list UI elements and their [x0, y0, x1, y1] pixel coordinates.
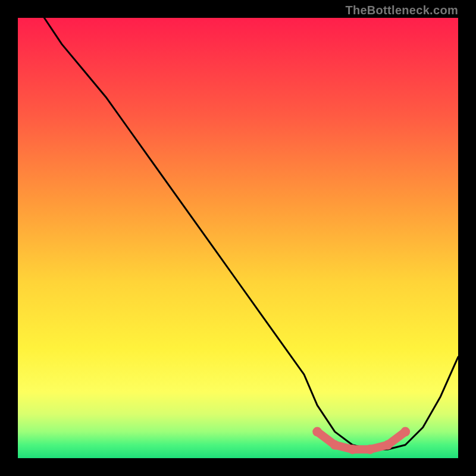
chart-svg	[18, 18, 458, 458]
optimal-band-point	[312, 427, 322, 437]
optimal-band-point	[347, 444, 357, 454]
optimal-band-point	[330, 440, 340, 450]
chart-frame: TheBottleneck.com	[0, 0, 476, 476]
optimal-band-point	[365, 444, 375, 454]
plot-area	[18, 18, 458, 458]
bottleneck-curve	[44, 18, 458, 449]
optimal-band-point	[400, 427, 410, 437]
optimal-band-point	[383, 440, 393, 450]
credit-label: TheBottleneck.com	[345, 4, 458, 17]
